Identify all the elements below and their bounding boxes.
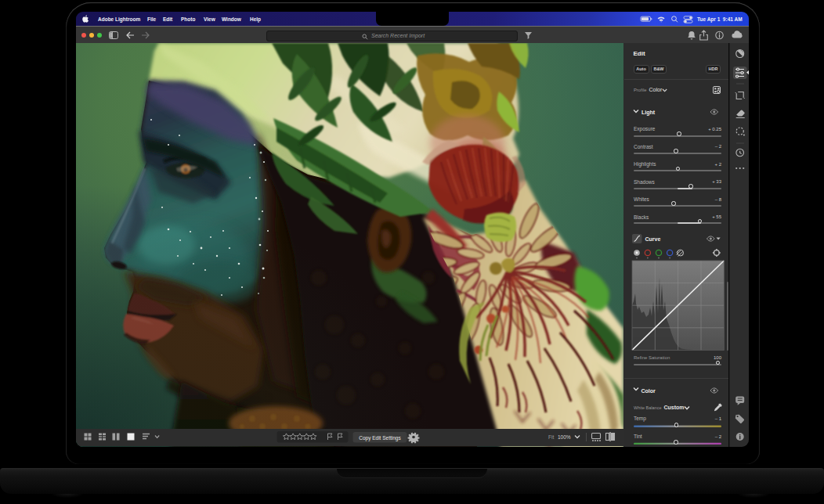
svg-text:Copy Edit Settings: Copy Edit Settings xyxy=(359,435,401,441)
svg-text:100%: 100% xyxy=(558,434,571,440)
svg-text:Fit: Fit xyxy=(548,434,554,440)
